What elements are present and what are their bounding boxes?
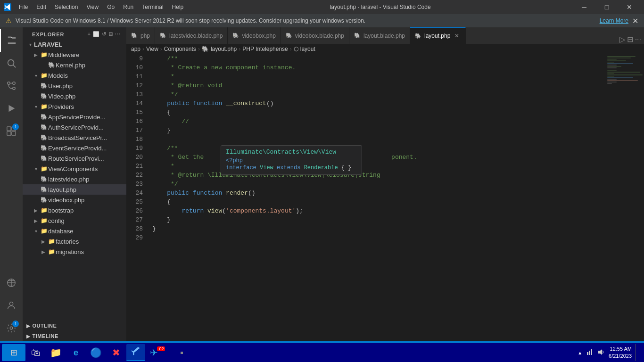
new-file-icon[interactable]: + (87, 31, 91, 37)
tree-item-bootstrap[interactable]: ▶ 📁 bootstrap (23, 205, 126, 215)
tab-layout[interactable]: 🐘 layout.php ✕ (410, 27, 466, 44)
tree-item-appservice[interactable]: 🐘 AppServiceProvide... (23, 112, 126, 122)
tree-item-database[interactable]: ▾ 📁 database (23, 226, 126, 236)
videobox-label: videobox.php (48, 197, 84, 204)
menu-go[interactable]: Go (103, 3, 118, 11)
code-content[interactable]: /** * Create a new component instance. *… (148, 54, 606, 341)
authservice-label: AuthServiceProvid... (48, 124, 104, 131)
svg-point-0 (8, 60, 14, 66)
svg-point-11 (9, 302, 13, 305)
tab-videobox[interactable]: 🐘 videobox.php (228, 27, 281, 44)
menu-edit[interactable]: Edit (33, 3, 50, 11)
taskbar-chevron[interactable]: ▲ (578, 350, 582, 355)
restore-button[interactable]: □ (596, 0, 618, 14)
tree-item-providers[interactable]: ▾ 📁 Providers (23, 101, 126, 112)
start-button[interactable]: ⊞ (2, 344, 25, 361)
settings-activity-icon[interactable]: 1 (0, 317, 23, 339)
taskbar-terminal[interactable]: ▪ (173, 344, 191, 361)
source-control-activity-icon[interactable] (0, 74, 23, 97)
breadcrumb-layoutphp[interactable]: layout.php (211, 46, 237, 52)
menu-bar[interactable]: File Edit Selection View Go Run Terminal… (15, 3, 187, 11)
menu-run[interactable]: Run (119, 3, 137, 11)
taskbar-volume[interactable] (597, 348, 605, 357)
menu-selection[interactable]: Selection (51, 3, 82, 11)
minimize-button[interactable]: ─ (573, 0, 595, 14)
videobox-icon: 🐘 (40, 197, 48, 203)
outline-section[interactable]: ▶ OUTLINE (23, 321, 126, 331)
taskbar-vscode[interactable] (126, 344, 145, 361)
tab-layout-blade[interactable]: 🐘 layout.blade.php (349, 27, 410, 44)
appservice-icon: 🐘 (40, 114, 48, 120)
menu-view[interactable]: View (83, 3, 102, 11)
tree-item-latestvideo[interactable]: 🐘 latestvideo.php (23, 174, 126, 184)
tab-php[interactable]: 🐘 php (126, 27, 155, 44)
new-folder-icon[interactable]: ⬜ (93, 31, 100, 37)
layout-icon: 🐘 (40, 186, 48, 193)
tree-item-eventservice[interactable]: 🐘 EventServiceProvid... (23, 143, 126, 153)
tree-item-authservice[interactable]: 🐘 AuthServiceProvid... (23, 122, 126, 132)
tab-layout-icon: 🐘 (415, 33, 421, 39)
sidebar-actions[interactable]: + ⬜ ↺ ⊟ ··· (87, 31, 121, 37)
menu-help[interactable]: Help (168, 3, 188, 11)
menu-file[interactable]: File (15, 3, 32, 11)
tree-item-videobox[interactable]: 🐘 videobox.php (23, 195, 126, 205)
split-editor-icon[interactable]: ⊟ (627, 35, 633, 44)
taskbar-show-desktop[interactable] (636, 344, 638, 361)
tree-item-user[interactable]: 🐘 User.php (23, 81, 126, 91)
refresh-icon[interactable]: ↺ (102, 31, 107, 37)
taskbar-explorer[interactable]: 📁 (46, 344, 66, 361)
svg-point-12 (10, 327, 13, 329)
svg-rect-6 (7, 127, 11, 131)
tab-layout-close[interactable]: ✕ (453, 32, 461, 40)
tree-item-layout[interactable]: 🐘 layout.php (23, 184, 126, 195)
more-tabs-icon[interactable]: ··· (635, 35, 641, 44)
breadcrumb-components[interactable]: Components (164, 46, 196, 52)
extensions-activity-icon[interactable]: 1 (0, 120, 23, 142)
run-icon[interactable]: ▷ (619, 35, 625, 44)
more-actions-icon[interactable]: ··· (115, 31, 121, 37)
explorer-activity-icon[interactable] (0, 29, 23, 52)
collapse-icon[interactable]: ⊟ (108, 31, 113, 37)
eventservice-icon: 🐘 (40, 145, 48, 151)
breadcrumb-view[interactable]: View (146, 46, 158, 52)
window-controls[interactable]: ─ □ ✕ (573, 0, 640, 14)
tree-item-factories[interactable]: ▶ 📁 factories (23, 236, 126, 247)
menu-terminal[interactable]: Terminal (138, 3, 167, 11)
editor-area: 🐘 php 🐘 latestvideo.blade.php 🐘 videobox… (126, 27, 644, 341)
taskbar-clock[interactable]: 12:55 AM 6/21/2023 (609, 346, 632, 360)
tree-item-migrations[interactable]: ▶ 📁 migrations (23, 247, 126, 257)
root-arrow: ▾ (26, 42, 34, 47)
breadcrumb-intelephense[interactable]: PHP Intelephense (242, 46, 288, 52)
minimap (606, 54, 644, 341)
tree-item-routeservice[interactable]: 🐘 RouteServiceProvi... (23, 153, 126, 164)
remote-activity-icon[interactable] (0, 272, 23, 294)
taskbar-chrome[interactable]: 🔵 (86, 344, 106, 361)
taskbar-network[interactable] (586, 348, 594, 357)
tree-item-broadcastservice[interactable]: 🐘 BroadcastServicePr... (23, 132, 126, 143)
user-label: User.php (48, 82, 73, 90)
tree-item-kernel[interactable]: 🐘 Kernel.php (23, 60, 126, 70)
taskbar-xampp[interactable]: ✖ (107, 344, 125, 361)
search-activity-icon[interactable] (0, 52, 23, 74)
timeline-section[interactable]: ▶ TIMELINE (23, 331, 126, 341)
tabs-bar: 🐘 php 🐘 latestvideo.blade.php 🐘 videobox… (126, 27, 644, 44)
account-activity-icon[interactable] (0, 294, 23, 317)
tree-item-video[interactable]: 🐘 Video.php (23, 91, 126, 101)
taskbar-telegram[interactable]: ✈ .02 (146, 344, 172, 361)
breadcrumb-app[interactable]: app (131, 46, 140, 52)
notification-close[interactable]: ✕ (632, 16, 638, 25)
tree-item-models[interactable]: ▾ 📁 Models (23, 70, 126, 81)
code-editor[interactable]: 9 10 11 12 13 14 15 16 17 18 19 20 21 22… (126, 54, 644, 341)
tree-item-config[interactable]: ▶ 📁 config (23, 215, 126, 226)
taskbar-ie[interactable]: e (66, 344, 85, 361)
tree-item-middleware[interactable]: ▶ 📁 Middleware (23, 49, 126, 60)
tab-videobox-blade[interactable]: 🐘 videobox.blade.php (281, 27, 349, 44)
learn-more-link[interactable]: Learn More (600, 17, 628, 24)
close-button[interactable]: ✕ (619, 0, 640, 14)
run-debug-activity-icon[interactable] (0, 97, 23, 120)
breadcrumb-layout-symbol[interactable]: layout (300, 46, 315, 52)
tab-latestvideo[interactable]: 🐘 latestvideo.blade.php (155, 27, 228, 44)
tree-item-viewcomponents[interactable]: ▾ 📁 View\Components (23, 164, 126, 174)
tree-root-laravel[interactable]: ▾ LARAVEL (23, 39, 126, 49)
taskbar-store[interactable]: 🛍 (26, 344, 45, 361)
